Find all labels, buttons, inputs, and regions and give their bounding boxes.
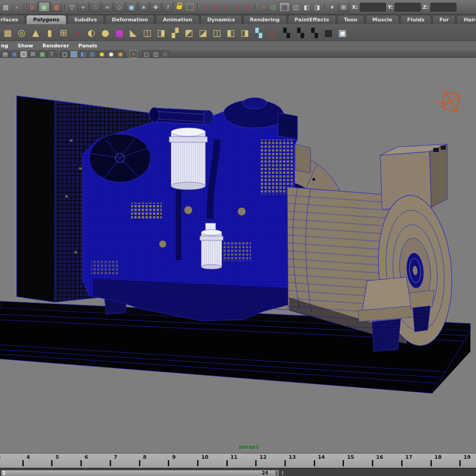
toolbar-separator [22, 3, 26, 11]
shelf-tab-bar: rfacesPolygonsSubdivsDeformationAnimatio… [0, 14, 476, 24]
lock-selection-icon[interactable] [174, 2, 184, 12]
poly-torus-icon[interactable]: ◎ [15, 26, 28, 39]
shelf-tab-toon[interactable]: Toon [337, 15, 364, 24]
mask-handles-icon[interactable]: ∴ [90, 2, 101, 12]
snap-grid-icon[interactable]: ∪ [200, 2, 210, 12]
playback-range-bar[interactable]: 1 24 [1, 470, 279, 476]
collapse-arrow-icon[interactable]: › [12, 2, 21, 12]
snap-plane-icon[interactable]: ∪ [232, 2, 242, 12]
menu-renderer[interactable]: Renderer [42, 43, 69, 49]
merge-icon[interactable]: ◪ [197, 26, 209, 39]
range-end-handle[interactable] [276, 471, 278, 476]
highlight-selection-icon[interactable] [185, 2, 195, 12]
resolution-gate-icon[interactable]: ◯ [20, 50, 28, 58]
oil-filter-large[interactable] [169, 128, 207, 190]
shelf-tab-hair[interactable]: Hair [456, 15, 476, 24]
output-connection-icon[interactable]: ⊡ [268, 2, 278, 12]
poly-pyramid-icon[interactable]: ▲ [29, 26, 42, 39]
multi-pane-icon[interactable]: ◫ [152, 50, 160, 58]
gate-mask-icon[interactable]: ☒ [29, 50, 37, 58]
input-connection-icon[interactable]: ⇥ [258, 2, 267, 12]
mask-dynamics-icon[interactable]: ∗ [138, 2, 149, 12]
poly-cylinder-icon[interactable]: ▮ [43, 26, 56, 39]
sculpt-quads-icon[interactable]: ▚ [252, 26, 265, 39]
mask-surfaces-icon[interactable]: ◇ [114, 2, 125, 12]
poly-plane-option-icon[interactable]: ⊞ [57, 26, 70, 39]
safe-title-icon[interactable]: T [47, 50, 56, 58]
mask-curves-icon[interactable]: ≈ [102, 2, 113, 12]
poly-half-sphere-icon[interactable]: ◐ [85, 26, 98, 39]
snap-align-icon[interactable]: ▽ [67, 2, 77, 12]
snap-point-icon[interactable]: ∪ [221, 2, 231, 12]
poly-sphere-icon[interactable]: ● [99, 26, 112, 39]
mask-points-icon[interactable]: + [78, 2, 89, 12]
automatic-mapping-icon[interactable]: ▩ [322, 26, 335, 39]
shelf-tab-polygons[interactable]: Polygons [26, 15, 66, 24]
shelf-tab-subdivs[interactable]: Subdivs [67, 15, 104, 24]
extrude-icon[interactable]: ◩ [183, 26, 195, 39]
dropdown-arrow-icon[interactable]: ▾ [327, 2, 337, 12]
menu-lighting-cut[interactable]: ng [1, 43, 8, 49]
manipulator-icon[interactable]: ⊞ [338, 2, 349, 12]
split-edge-icon[interactable]: ◧ [225, 26, 237, 39]
select-component-icon[interactable]: ▦ [51, 2, 62, 12]
range-slider[interactable]: 1 24 [0, 468, 476, 476]
mask-rendering-icon[interactable]: ❖ [150, 2, 161, 12]
select-hierarchy-icon[interactable]: ≣ [26, 2, 38, 12]
ipr-render-icon[interactable]: ◧ [302, 2, 311, 12]
select-object-icon[interactable]: ▣ [39, 2, 50, 12]
cylindrical-mapping-icon[interactable]: ▚ [294, 26, 307, 39]
mask-misc-icon[interactable]: ? [162, 2, 173, 12]
poly-cube-uv-icon[interactable]: ■ [113, 26, 126, 39]
wedge-icon[interactable]: ◨ [238, 26, 251, 39]
render-current-frame-icon[interactable]: ◫ [291, 2, 301, 12]
uv-editor-icon[interactable]: ▣ [336, 26, 349, 39]
shelf-tab-fluids[interactable]: Fluids [400, 15, 431, 24]
x-field-input[interactable] [360, 3, 386, 12]
shelf-tab-dynamics[interactable]: Dynamics [200, 15, 242, 24]
toolbar-separator [196, 3, 199, 11]
mask-deformations-icon[interactable]: ▣ [126, 2, 137, 12]
shelf-tab-deformation[interactable]: Deformation [105, 15, 155, 24]
quad-draw-icon[interactable]: ▞ [169, 26, 181, 39]
render-settings-icon[interactable]: ◨ [312, 2, 322, 12]
file-menu-icon[interactable]: ▤ [1, 2, 11, 12]
poly-plane-icon[interactable]: ▦ [1, 26, 14, 39]
textured-mode-icon[interactable]: ◍ [88, 50, 97, 58]
bridge-icon[interactable]: ◫ [211, 26, 223, 39]
menu-panels[interactable]: Panels [79, 43, 98, 49]
shelf-tab-rfaces[interactable]: rfaces [0, 15, 25, 24]
field-chart-icon[interactable]: ▩ [38, 50, 46, 58]
film-gate-icon[interactable]: ▤ [1, 50, 9, 58]
curve-to-poly-icon[interactable]: ↘ [71, 26, 84, 39]
no-lights-icon[interactable]: ● [116, 50, 125, 58]
poly-plane-arrow-icon[interactable]: ◣ [127, 26, 139, 39]
all-lights-icon[interactable]: ● [107, 50, 115, 58]
spherical-mapping-icon[interactable]: ▚ [308, 26, 321, 39]
snap-view-icon[interactable]: ∪ [243, 2, 252, 12]
shelf-tab-animation[interactable]: Animation [156, 15, 199, 24]
construction-history-icon[interactable]: ▤ [279, 2, 290, 12]
camera-light-icon[interactable]: ● [10, 50, 19, 58]
soft-mod-icon[interactable]: △ [266, 26, 279, 39]
split-polygon-icon[interactable]: ◫ [141, 26, 153, 39]
menu-show[interactable]: Show [18, 43, 33, 49]
viewport-perspective[interactable] [0, 59, 476, 453]
panel-share-icon[interactable]: ∴ [161, 50, 169, 58]
time-slider[interactable]: 345678910111213141516171819 [0, 453, 476, 468]
shelf-tab-painteffects[interactable]: PaintEffects [288, 15, 336, 24]
planar-mapping-icon[interactable]: ▚ [280, 26, 293, 39]
isolate-select-icon[interactable]: ➤ [129, 50, 138, 58]
wireframe-mode-icon[interactable]: ▢ [60, 50, 69, 58]
smooth-shade-icon[interactable]: ■ [70, 50, 78, 58]
combine-icon[interactable]: ◨ [155, 26, 167, 39]
shade-wireframe-icon[interactable]: ◧ [79, 50, 87, 58]
shelf-tab-muscle[interactable]: Muscle [365, 15, 399, 24]
shelf-tab-fur[interactable]: Fur [432, 15, 456, 24]
shelf-tab-rendering[interactable]: Rendering [243, 15, 287, 24]
z-field-input[interactable] [430, 3, 456, 12]
y-field-input[interactable] [395, 3, 421, 12]
single-pane-icon[interactable]: ▢ [142, 50, 151, 58]
snap-curve-icon[interactable]: ∪ [211, 2, 220, 12]
default-light-icon[interactable]: ● [98, 50, 106, 58]
